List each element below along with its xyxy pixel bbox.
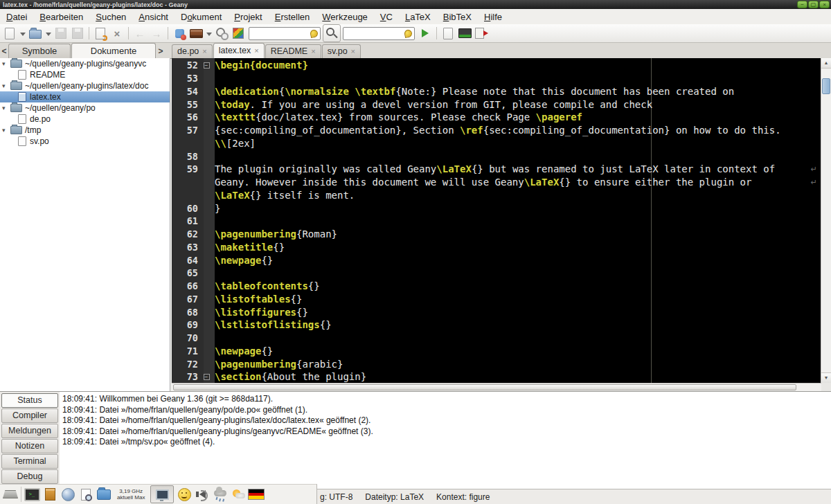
globe-icon[interactable]: [59, 486, 77, 503]
tree-folder-row[interactable]: ▾~/quellen/geany-plugins/latex/doc: [0, 80, 170, 91]
code-line[interactable]: 62\pagenumbering{Roman}: [172, 228, 821, 241]
tab-symbole[interactable]: Symbole: [8, 44, 71, 58]
build-dropdown[interactable]: [204, 25, 213, 42]
sidebar-tabs-scroll-right[interactable]: >: [157, 44, 165, 58]
volume-icon[interactable]: [193, 486, 211, 503]
new-document-button[interactable]: [1, 25, 18, 42]
maximize-button[interactable]: ▢: [808, 1, 819, 8]
keyboard-layout-flag-de-icon[interactable]: [247, 486, 265, 503]
tree-document-row[interactable]: latex.tex: [0, 91, 170, 102]
blank-document-button[interactable]: [440, 25, 456, 42]
code-line[interactable]: 68\listoffigures{}: [172, 305, 821, 318]
menu-bibtex[interactable]: BibTeX: [437, 10, 478, 24]
jump-to-line-button[interactable]: [417, 25, 434, 42]
editor-view[interactable]: 52−\begin{document}5354\dedication{\norm…: [172, 58, 831, 383]
tree-document-row[interactable]: README: [0, 69, 170, 80]
code-line[interactable]: 64\newpage{}: [172, 253, 821, 267]
code-line[interactable]: \LaTeX{} itself is ment.: [172, 189, 821, 202]
sidebar-tabs-scroll-left[interactable]: <: [0, 44, 8, 58]
code-line[interactable]: 65: [172, 267, 821, 280]
build-button[interactable]: [188, 25, 204, 42]
menu-vc[interactable]: VC: [374, 10, 399, 24]
show-desktop-icon[interactable]: [1, 486, 19, 503]
code-line[interactable]: \\[2ex]: [172, 137, 821, 150]
message-tab-debug[interactable]: Debug: [1, 469, 58, 484]
color-chooser-button[interactable]: [230, 25, 247, 42]
code-line[interactable]: 63\maketitle{}: [172, 241, 821, 254]
goto-line-input[interactable]: [343, 27, 415, 40]
code-line[interactable]: 72\pagenumbering{arabic}: [172, 357, 821, 370]
scroll-down-button[interactable]: ▼: [821, 372, 831, 383]
clear-icon[interactable]: [404, 28, 413, 37]
close-button[interactable]: ×: [819, 1, 830, 8]
clear-icon[interactable]: [310, 28, 319, 37]
tab-close-icon[interactable]: ×: [202, 48, 206, 55]
tree-folder-row[interactable]: ▾~/quellen/geany-plugins/geanyvc: [0, 58, 170, 69]
code-line[interactable]: 57{sec:compiling_of_documentation}, Sect…: [172, 124, 821, 137]
code-line[interactable]: 69\lstlistoflistings{}: [172, 318, 821, 332]
message-tab-terminal[interactable]: Terminal: [1, 454, 58, 469]
close-file-button[interactable]: ×: [109, 25, 125, 42]
code-line[interactable]: Geany. However inside this document we w…: [172, 176, 821, 189]
code-line[interactable]: 58: [172, 150, 821, 163]
open-button[interactable]: [27, 25, 44, 42]
menu-dokument[interactable]: Dokument: [175, 10, 228, 24]
code-area[interactable]: 52−\begin{document}5354\dedication{\norm…: [172, 59, 821, 383]
smiley-icon[interactable]: [175, 486, 193, 503]
code-line[interactable]: 71\newpage{}: [172, 345, 821, 358]
new-document-dropdown[interactable]: [18, 25, 27, 42]
code-line[interactable]: 73−\section{About the plugin}: [172, 370, 821, 383]
document-search-icon[interactable]: [77, 486, 95, 503]
tab-close-icon[interactable]: ×: [254, 47, 258, 55]
menu-latex[interactable]: LaTeX: [399, 10, 437, 24]
weather-rain-icon[interactable]: [211, 486, 229, 503]
code-line[interactable]: 70: [172, 332, 821, 345]
menu-projekt[interactable]: Projekt: [228, 10, 268, 24]
menu-suchen[interactable]: Suchen: [89, 10, 132, 24]
minimize-button[interactable]: −: [797, 1, 807, 8]
quit-button[interactable]: [473, 25, 490, 42]
tree-folder-row[interactable]: ▾~/quellen/geany/po: [0, 102, 170, 114]
editor-vertical-scrollbar[interactable]: ▲ ▼: [821, 58, 831, 383]
code-line[interactable]: 66\tableofcontents{}: [172, 280, 821, 293]
code-line[interactable]: 55\today. If you are using a devel versi…: [172, 98, 821, 111]
menu-bearbeiten[interactable]: Bearbeiten: [33, 10, 89, 24]
editor-tab-sv.po[interactable]: sv.po×: [322, 44, 361, 58]
execute-button[interactable]: [213, 25, 230, 42]
editor-tab-latex.tex[interactable]: latex.tex×: [213, 43, 265, 58]
package-icon[interactable]: [41, 486, 59, 503]
weather-sun-icon[interactable]: [229, 486, 247, 503]
compile-button[interactable]: [171, 25, 188, 42]
vertical-scroll-thumb[interactable]: [822, 78, 830, 94]
expander-icon[interactable]: ▾: [2, 82, 9, 89]
tab-close-icon[interactable]: ×: [311, 48, 315, 55]
terminal-icon[interactable]: >_: [23, 486, 41, 503]
message-tab-notizen[interactable]: Notizen: [1, 439, 58, 453]
tree-document-row[interactable]: de.po: [0, 114, 170, 125]
scroll-up-button[interactable]: ▲: [821, 58, 831, 69]
message-tab-meldungen[interactable]: Meldungen: [1, 424, 58, 438]
menu-werkzeuge[interactable]: Werkzeuge: [316, 10, 374, 24]
code-line[interactable]: 61: [172, 215, 821, 228]
folder-icon[interactable]: [95, 486, 113, 503]
tree-document-row[interactable]: sv.po: [0, 136, 170, 147]
menu-erstellen[interactable]: Erstellen: [269, 10, 316, 24]
code-line[interactable]: 53: [172, 72, 821, 85]
message-tab-compiler[interactable]: Compiler: [1, 408, 58, 423]
expander-icon[interactable]: ▾: [2, 127, 9, 134]
tab-close-icon[interactable]: ×: [351, 48, 355, 55]
menu-ansicht[interactable]: Ansicht: [132, 10, 175, 24]
expander-icon[interactable]: ▾: [2, 60, 9, 67]
expander-icon[interactable]: ▾: [2, 105, 9, 111]
code-line[interactable]: 60}: [172, 201, 821, 215]
fold-marker-icon[interactable]: −: [204, 62, 210, 69]
find-button[interactable]: [323, 24, 341, 42]
open-dropdown[interactable]: [44, 25, 53, 42]
fold-marker-icon[interactable]: −: [204, 374, 210, 380]
code-line[interactable]: 54\dedication{\normalsize \textbf{Note:}…: [172, 85, 821, 98]
code-line[interactable]: 67\listoftables{}: [172, 293, 821, 306]
search-input[interactable]: [249, 27, 321, 40]
revert-button[interactable]: [92, 25, 109, 42]
tree-folder-row[interactable]: ▾/tmp: [0, 125, 170, 136]
tab-dokumente[interactable]: Dokumente: [71, 43, 156, 58]
